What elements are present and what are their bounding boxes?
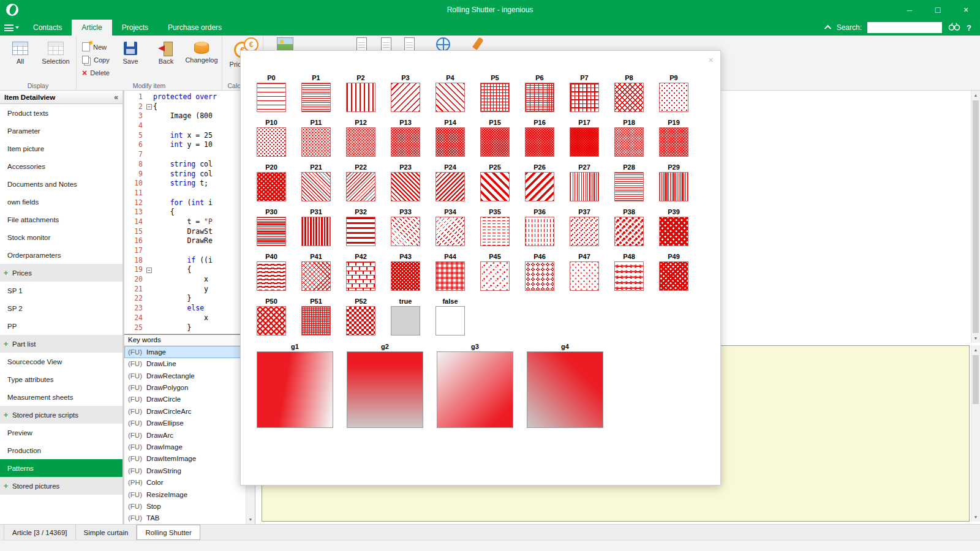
keyword-item-resizeimage[interactable]: (FU)ResizeImage: [124, 489, 246, 500]
pattern-swatch-p7[interactable]: [570, 83, 599, 112]
pattern-swatch-p11[interactable]: [301, 127, 331, 157]
pattern-swatch-p14[interactable]: [435, 127, 465, 157]
sidebar-item-sp-1[interactable]: SP 1: [0, 282, 123, 299]
pattern-swatch-p19[interactable]: [659, 127, 688, 157]
minimize-button[interactable]: –: [895, 0, 924, 20]
pattern-swatch-p40[interactable]: [257, 261, 286, 291]
sidebar-item-stored-picture-scripts[interactable]: +Stored picture scripts: [0, 406, 123, 424]
pattern-swatch-p4[interactable]: [435, 83, 465, 112]
help-icon[interactable]: ?: [967, 23, 971, 32]
keyword-item-drawarc[interactable]: (FU)DrawArc: [124, 429, 246, 441]
menu-tab-article[interactable]: Article: [72, 20, 111, 36]
sidebar-item-accessories[interactable]: Accessories: [0, 157, 123, 175]
keyword-item-drawpolygon[interactable]: (FU)DrawPolygon: [124, 381, 246, 393]
keyword-item-color[interactable]: (PH)Color: [124, 476, 246, 488]
sidebar-item-production[interactable]: Production: [0, 441, 123, 459]
pattern-swatch-p45[interactable]: [480, 261, 510, 291]
pattern-swatch-p27[interactable]: [570, 172, 599, 201]
status-tab-rolling-shutter[interactable]: Rolling Shutter: [137, 525, 200, 540]
pattern-swatch-p9[interactable]: [659, 83, 688, 112]
status-tab-article-3-14369[interactable]: Article [3 / 14369]: [4, 525, 76, 540]
app-menu-icon[interactable]: [0, 20, 23, 36]
sidebar-item-sourcecode-view[interactable]: Sourcecode View: [0, 353, 123, 370]
pattern-swatch-p25[interactable]: [480, 172, 510, 201]
menu-tab-purchase-orders[interactable]: Purchase orders: [158, 20, 232, 36]
gradient-swatch-g4[interactable]: [527, 351, 603, 428]
pattern-swatch-p15[interactable]: [480, 127, 510, 157]
keyword-item-drawcircle[interactable]: (FU)DrawCircle: [124, 394, 246, 405]
sidebar-item-type-attributes[interactable]: Type attributes: [0, 370, 123, 388]
pattern-swatch-p33[interactable]: [391, 217, 420, 246]
scrollbar-thumb[interactable]: [973, 100, 979, 333]
sidebar-item-pp[interactable]: PP: [0, 317, 123, 335]
pattern-swatch-p41[interactable]: [301, 261, 331, 291]
copy-button[interactable]: Copy: [80, 54, 111, 66]
pattern-swatch-p22[interactable]: [346, 172, 375, 201]
pattern-swatch-p28[interactable]: [614, 172, 644, 201]
status-tab-simple-curtain[interactable]: Simple curtain: [76, 525, 137, 540]
pattern-swatch-p17[interactable]: [570, 127, 599, 157]
pattern-swatch-true[interactable]: [391, 306, 420, 335]
pattern-swatch-p49[interactable]: [659, 261, 688, 291]
delete-button[interactable]: ×Delete: [80, 67, 111, 78]
pattern-swatch-p38[interactable]: [614, 217, 644, 246]
pattern-swatch-p3[interactable]: [391, 83, 420, 112]
pattern-swatch-p29[interactable]: [659, 172, 688, 201]
keyword-item-drawcirclearc[interactable]: (FU)DrawCircleArc: [124, 405, 246, 417]
pattern-swatch-p37[interactable]: [570, 217, 599, 246]
pattern-swatch-p8[interactable]: [614, 83, 644, 112]
sidebar-item-own-fields[interactable]: own fields: [0, 193, 123, 211]
keyword-item-drawellipse[interactable]: (FU)DrawEllipse: [124, 417, 246, 429]
pattern-swatch-p18[interactable]: [614, 127, 644, 157]
code-editor[interactable]: 1protected overr2−{3 Image (80045 int x …: [124, 91, 255, 334]
sidebar-item-stock-monitor[interactable]: Stock monitor: [0, 228, 123, 246]
notes-scrollbar[interactable]: ▲ ▼: [971, 345, 980, 522]
pattern-swatch-p26[interactable]: [525, 172, 554, 201]
sidebar-item-preview[interactable]: Preview: [0, 424, 123, 441]
pattern-swatch-p20[interactable]: [257, 172, 286, 201]
sidebar-item-prices[interactable]: +Prices: [0, 264, 123, 282]
pattern-swatch-p48[interactable]: [614, 261, 644, 291]
pattern-swatch-p13[interactable]: [391, 127, 420, 157]
pattern-swatch-p32[interactable]: [346, 217, 375, 246]
sidebar-item-patterns[interactable]: Patterns: [0, 459, 123, 477]
gradient-swatch-g2[interactable]: [347, 351, 423, 428]
keyword-item-drawline[interactable]: (FU)DrawLine: [124, 358, 246, 370]
pattern-swatch-p36[interactable]: [525, 217, 554, 246]
pattern-swatch-p16[interactable]: [525, 127, 554, 157]
sidebar-item-product-texts[interactable]: Product texts: [0, 104, 123, 122]
pattern-swatch-p43[interactable]: [391, 261, 420, 291]
scroll-up-icon[interactable]: ▲: [971, 91, 980, 100]
pattern-swatch-p39[interactable]: [659, 217, 688, 246]
pattern-swatch-p44[interactable]: [435, 261, 465, 291]
pattern-swatch-p51[interactable]: [301, 306, 331, 335]
pattern-swatch-p30[interactable]: [257, 217, 286, 246]
close-button[interactable]: ×: [952, 0, 980, 20]
keyword-item-image[interactable]: (FU)Image: [124, 346, 246, 358]
pattern-swatch-p12[interactable]: [346, 127, 375, 157]
pattern-swatch-p23[interactable]: [391, 172, 420, 201]
pattern-swatch-p10[interactable]: [257, 127, 286, 157]
sidebar-item-parameter[interactable]: Parameter: [0, 122, 123, 140]
keyword-item-drawitemimage[interactable]: (FU)DrawItemImage: [124, 453, 246, 465]
fold-collapse-icon[interactable]: −: [146, 268, 152, 273]
sidebar-item-orderparameters[interactable]: Orderparameters: [0, 246, 123, 264]
keyword-item-drawrectangle[interactable]: (FU)DrawRectangle: [124, 370, 246, 381]
pattern-swatch-p1[interactable]: [301, 83, 331, 112]
sidebar-item-documents-and-notes[interactable]: Documents and Notes: [0, 175, 123, 193]
changelog-button[interactable]: Changelog: [185, 39, 218, 64]
search-input[interactable]: [867, 22, 942, 33]
menu-tab-contacts[interactable]: Contacts: [23, 20, 72, 36]
pin-icon[interactable]: [472, 37, 484, 50]
pattern-swatch-p5[interactable]: [480, 83, 510, 112]
new-button[interactable]: New: [80, 41, 111, 53]
keyword-item-stop[interactable]: (FU)Stop: [124, 500, 246, 512]
picture-icon[interactable]: [277, 37, 293, 50]
binoculars-icon[interactable]: [948, 21, 961, 34]
back-button[interactable]: Back: [149, 39, 183, 65]
scroll-down-icon[interactable]: ▼: [971, 334, 980, 343]
scroll-up-icon[interactable]: ▲: [971, 345, 980, 354]
scroll-down-icon[interactable]: ▼: [971, 512, 980, 522]
doc-icon[interactable]: [381, 37, 391, 51]
pattern-swatch-false[interactable]: [435, 306, 465, 335]
